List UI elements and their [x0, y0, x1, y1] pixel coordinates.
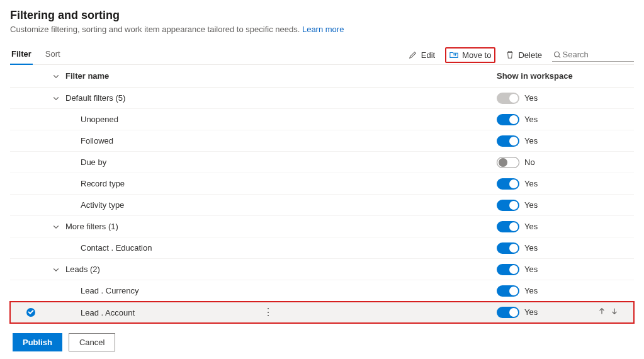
move-to-label: Move to	[462, 50, 491, 60]
show-toggle[interactable]	[497, 307, 519, 318]
search-icon	[553, 50, 562, 59]
tab-sort[interactable]: Sort	[44, 45, 62, 65]
row-selected-indicator[interactable]	[26, 308, 35, 317]
filter-row[interactable]: Lead . Account ⋮Yes	[10, 302, 634, 323]
move-to-button[interactable]: Move to	[445, 47, 495, 63]
filter-name: Contact . Education	[65, 243, 497, 253]
toggle-label: No	[524, 157, 535, 167]
chevron-down-icon[interactable]	[52, 72, 60, 80]
expand-toggle[interactable]	[47, 94, 65, 102]
toggle-label: Yes	[524, 243, 538, 253]
tab-filter[interactable]: Filter	[10, 45, 33, 65]
filter-row[interactable]: FollowedYes	[10, 130, 634, 152]
expand-toggle[interactable]	[47, 266, 65, 273]
filter-list: Default filters (5)YesUnopenedYesFollowe…	[10, 88, 634, 323]
show-toggle[interactable]	[497, 157, 519, 168]
show-toggle[interactable]	[497, 178, 519, 190]
group-name: More filters (1)	[65, 222, 497, 231]
filter-name: Lead . Account ⋮	[65, 306, 497, 318]
svg-point-0	[555, 52, 560, 57]
expand-toggle[interactable]	[47, 223, 65, 231]
row-menu-button[interactable]: ⋮	[263, 307, 274, 317]
delete-button[interactable]: Delete	[502, 48, 546, 62]
page-title: Filtering and sorting	[10, 9, 634, 22]
pencil-icon	[409, 50, 417, 59]
filter-name: Due by	[65, 157, 497, 167]
filter-name: Activity type	[65, 200, 497, 210]
show-toggle[interactable]	[497, 221, 519, 232]
group-row[interactable]: More filters (1)Yes	[10, 216, 634, 237]
move-down-button[interactable]	[610, 307, 619, 317]
toggle-label: Yes	[524, 307, 538, 317]
toggle-label: Yes	[524, 265, 538, 274]
search-input[interactable]	[562, 49, 633, 60]
filter-row[interactable]: Record typeYes	[10, 173, 634, 195]
filter-row[interactable]: Contact . EducationYes	[10, 237, 634, 259]
subtitle-text: Customize filtering, sorting and work it…	[10, 25, 300, 34]
page-subtitle: Customize filtering, sorting and work it…	[10, 25, 634, 34]
show-toggle[interactable]	[497, 114, 519, 125]
filter-row[interactable]: Activity typeYes	[10, 195, 634, 216]
group-name: Leads (2)	[65, 265, 497, 274]
filter-name: Unopened	[65, 115, 497, 124]
toggle-label: Yes	[524, 136, 538, 145]
move-up-button[interactable]	[597, 307, 606, 317]
edit-button[interactable]: Edit	[405, 48, 439, 62]
folder-move-icon	[449, 50, 458, 59]
show-toggle[interactable]	[497, 242, 519, 254]
delete-label: Delete	[518, 50, 542, 60]
publish-button[interactable]: Publish	[13, 333, 62, 351]
show-toggle[interactable]	[497, 135, 519, 147]
toggle-label: Yes	[524, 179, 538, 188]
filter-row[interactable]: UnopenedYes	[10, 109, 634, 130]
learn-more-link[interactable]: Learn more	[302, 25, 344, 34]
show-toggle[interactable]	[497, 285, 519, 297]
show-toggle[interactable]	[497, 93, 519, 104]
filter-row[interactable]: Due byNo	[10, 152, 634, 173]
filter-name: Followed	[65, 136, 497, 145]
toggle-label: Yes	[524, 222, 538, 231]
show-toggle[interactable]	[497, 264, 519, 275]
filter-name: Record type	[65, 179, 497, 188]
filter-row[interactable]: Lead . CurrencyYes	[10, 280, 634, 302]
tab-bar: Filter Sort Edit Move to Delete	[10, 45, 634, 65]
toggle-label: Yes	[524, 93, 538, 103]
toggle-label: Yes	[524, 200, 538, 210]
toggle-label: Yes	[524, 286, 538, 295]
group-row[interactable]: Default filters (5)Yes	[10, 88, 634, 109]
table-header: Filter name Show in workspace	[10, 65, 634, 88]
trash-icon	[506, 50, 514, 59]
edit-label: Edit	[421, 50, 435, 60]
cancel-button[interactable]: Cancel	[69, 333, 115, 351]
toggle-label: Yes	[524, 115, 538, 124]
show-toggle[interactable]	[497, 200, 519, 211]
filter-name: Lead . Currency	[65, 286, 497, 295]
search-field[interactable]	[552, 48, 634, 62]
column-header-name[interactable]: Filter name	[65, 71, 497, 81]
group-name: Default filters (5)	[65, 93, 497, 103]
column-header-show[interactable]: Show in workspace	[497, 71, 597, 81]
group-row[interactable]: Leads (2)Yes	[10, 259, 634, 280]
